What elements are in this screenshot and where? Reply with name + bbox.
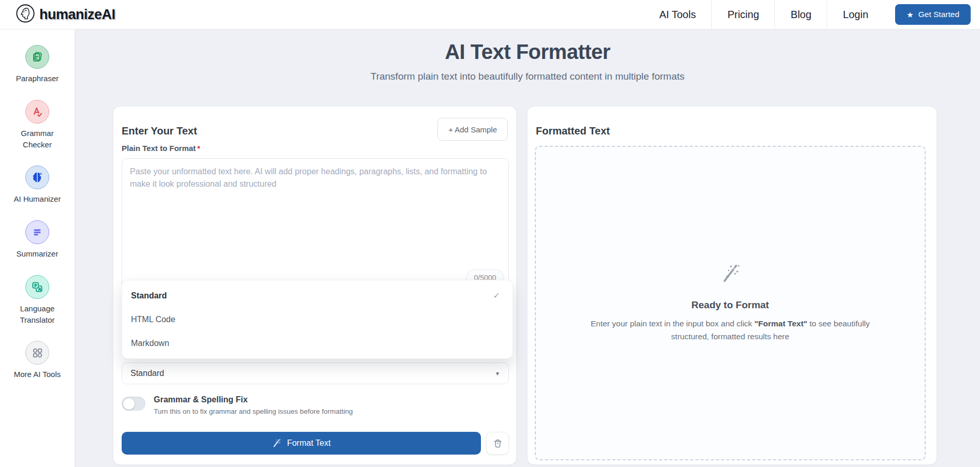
required-asterisk: * [197, 144, 200, 153]
grammar-toggle-row: Grammar & Spelling Fix Turn this on to f… [122, 395, 509, 415]
empty-state-description: Enter your plain text in the input box a… [575, 318, 886, 343]
dropdown-option-markdown[interactable]: Markdown [122, 332, 513, 355]
grammar-toggle-description: Turn this on to fix grammar and spelling… [154, 408, 353, 415]
sidebar-item-grammar-checker[interactable]: Grammar Checker [6, 100, 68, 150]
format-dropdown-menu: Standard✓HTML CodeMarkdown [122, 280, 513, 359]
dropdown-option-html-code[interactable]: HTML Code [122, 308, 513, 332]
format-text-button-label: Format Text [287, 439, 330, 448]
brand-logo-icon [16, 4, 35, 25]
top-navbar: humanizeAI AI ToolsPricingBlogLogin★Get … [0, 0, 980, 29]
nav-link-ai-tools[interactable]: AI Tools [643, 9, 711, 21]
hero: AI Text Formatter Transform plain text i… [75, 40, 980, 82]
sidebar-item-language-translator[interactable]: Language Translator [6, 275, 68, 326]
grammar-toggle[interactable] [122, 397, 145, 411]
clear-text-button[interactable] [486, 432, 509, 455]
sidebar-item-label: Grammar Checker [6, 128, 68, 150]
empty-state-title: Ready to Format [575, 299, 886, 311]
brand-logo[interactable]: humanizeAI [16, 4, 115, 25]
dropdown-option-standard[interactable]: Standard✓ [122, 283, 513, 308]
dropdown-option-label: Markdown [131, 339, 169, 348]
nav-link-blog[interactable]: Blog [775, 9, 827, 21]
brand-name: humanizeAI [39, 7, 115, 23]
formatted-output-area: Ready to Format Enter your plain text in… [535, 146, 926, 460]
sidebar-item-summarizer[interactable]: Summarizer [6, 220, 68, 260]
dropdown-option-label: Standard [131, 291, 167, 300]
paraphraser-icon [25, 45, 49, 69]
sidebar-item-more-ai-tools[interactable]: More AI Tools [6, 341, 68, 380]
sidebar-item-label: Summarizer [17, 248, 58, 260]
sidebar-item-label: Paraphraser [16, 73, 59, 84]
chevron-down-icon: ▼ [495, 371, 500, 376]
sidebar-item-label: AI Humanizer [14, 193, 61, 205]
nav-links: AI ToolsPricingBlogLogin★Get Started [643, 0, 980, 29]
sidebar-item-label: Language Translator [6, 303, 68, 326]
output-panel-heading: Formatted Text [536, 125, 610, 137]
input-panel-heading: Enter Your Text [122, 125, 197, 137]
add-sample-button[interactable]: + Add Sample [437, 118, 508, 141]
sidebar: ParaphraserGrammar CheckerAI HumanizerSu… [0, 29, 75, 467]
more-ai-tools-icon [25, 341, 49, 365]
grammar-toggle-label: Grammar & Spelling Fix [154, 395, 353, 404]
get-started-label: Get Started [918, 10, 959, 19]
input-panel: Enter Your Text + Add Sample Plain Text … [113, 106, 517, 465]
format-select[interactable]: Standard ▼ [122, 363, 509, 384]
output-panel: Formatted Text Ready to Format Enter you… [527, 106, 937, 465]
grammar-toggle-texts: Grammar & Spelling Fix Turn this on to f… [154, 395, 353, 415]
magic-wand-large-icon [575, 263, 886, 287]
dropdown-option-label: HTML Code [131, 315, 175, 324]
empty-state: Ready to Format Enter your plain text in… [565, 263, 896, 343]
nav-link-login[interactable]: Login [827, 9, 884, 21]
language-translator-icon [25, 275, 49, 299]
empty-desc-bold: "Format Text" [754, 319, 807, 328]
get-started-button[interactable]: ★Get Started [895, 4, 971, 25]
empty-desc-prefix: Enter your plain text in the input box a… [591, 319, 754, 328]
magic-wand-icon [272, 439, 282, 448]
check-icon: ✓ [493, 291, 500, 300]
ai-humanizer-icon [25, 165, 49, 189]
trash-icon [492, 438, 503, 449]
grammar-checker-icon [25, 100, 49, 124]
nav-link-pricing[interactable]: Pricing [712, 9, 774, 21]
field-label: Plain Text to Format* [122, 144, 200, 153]
star-icon: ★ [906, 11, 913, 19]
action-row: Format Text [122, 432, 509, 455]
sidebar-item-ai-humanizer[interactable]: AI Humanizer [6, 165, 68, 205]
toggle-knob [123, 398, 135, 410]
field-label-text: Plain Text to Format [122, 144, 196, 153]
sidebar-item-paraphraser[interactable]: Paraphraser [6, 45, 68, 84]
format-text-button[interactable]: Format Text [122, 432, 481, 455]
sidebar-item-label: More AI Tools [14, 369, 61, 380]
summarizer-icon [25, 220, 49, 244]
page-subtitle: Transform plain text into beautifully fo… [75, 71, 980, 82]
format-select-value: Standard [130, 369, 164, 378]
page-title: AI Text Formatter [75, 40, 980, 64]
